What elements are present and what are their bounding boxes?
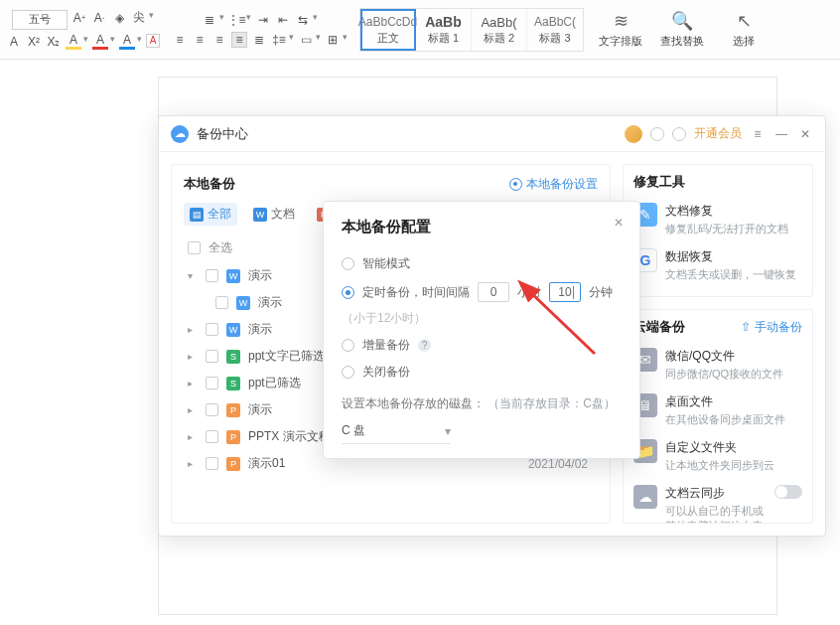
style-normal[interactable]: AaBbCcDd 正文: [360, 9, 416, 51]
select-button[interactable]: ↖ 选择: [719, 10, 769, 49]
shading-icon[interactable]: ▭: [298, 32, 314, 48]
cloud-item[interactable]: ☁文档云同步可以从自己的手机或其他电脑访问这台电脑打开过的文档: [633, 479, 802, 524]
dropdown-icon[interactable]: ▾: [83, 34, 88, 50]
open-vip-link[interactable]: 开通会员: [694, 125, 742, 142]
align-justify-icon[interactable]: ≡: [231, 32, 247, 48]
cloud-item[interactable]: ✉微信/QQ文件同步微信/QQ接收的文件: [633, 342, 802, 388]
local-backup-title: 本地备份: [184, 175, 235, 193]
file-checkbox[interactable]: [206, 269, 218, 282]
text-layout-button[interactable]: ≋ 文字排版: [596, 10, 645, 49]
tab-stops-icon[interactable]: ⇆: [295, 12, 311, 28]
tool-sub: 修复乱码/无法打开的文档: [665, 222, 788, 236]
font-size-select[interactable]: 五号: [12, 10, 68, 30]
tool-item[interactable]: ✎文档修复修复乱码/无法打开的文档: [633, 197, 802, 242]
file-checkbox[interactable]: [206, 457, 218, 470]
style-h3[interactable]: AaBbC( 标题 3: [527, 9, 583, 51]
dropdown-icon[interactable]: ▾: [219, 12, 224, 28]
align-right-icon[interactable]: ≡: [211, 32, 227, 48]
expand-arrow-icon[interactable]: ▸: [188, 404, 198, 415]
option-smart[interactable]: 智能模式: [342, 250, 622, 277]
dropdown-icon[interactable]: ▾: [149, 10, 154, 30]
cloud-item-sub: 可以从自己的手机或其他电脑访问这台电脑打开过的文档: [665, 504, 767, 524]
dropdown-icon[interactable]: ▾: [137, 34, 142, 50]
disk-select[interactable]: C 盘 ▾: [342, 418, 451, 444]
expand-arrow-icon[interactable]: ▾: [188, 270, 198, 281]
dropdown-icon[interactable]: ▾: [110, 34, 115, 50]
close-icon[interactable]: ✕: [610, 214, 628, 232]
cloud-item[interactable]: 📁自定义文件夹让本地文件夹同步到云: [633, 433, 802, 479]
manual-backup-link[interactable]: ⇧ 手动备份: [741, 319, 802, 336]
subscript-icon[interactable]: X₂: [46, 34, 62, 50]
borders-icon[interactable]: ⊞: [325, 32, 341, 48]
local-backup-settings-link[interactable]: 本地备份设置: [509, 176, 598, 193]
file-checkbox[interactable]: [215, 296, 228, 309]
close-icon[interactable]: ✕: [797, 126, 813, 142]
filter-doc[interactable]: W 文档: [247, 203, 301, 226]
radio-incremental[interactable]: [342, 339, 354, 352]
file-checkbox[interactable]: [206, 323, 218, 336]
increase-font-icon[interactable]: A+: [71, 10, 87, 26]
sync-toggle[interactable]: [774, 485, 802, 499]
hours-input[interactable]: 0: [478, 282, 509, 302]
underline-color-icon[interactable]: A: [119, 34, 135, 50]
filter-all[interactable]: ▤ 全部: [184, 203, 237, 226]
radio-timed[interactable]: [342, 286, 354, 299]
help-icon[interactable]: ?: [418, 339, 431, 352]
radio-smart[interactable]: [342, 257, 354, 270]
indent-right-icon[interactable]: ⇥: [255, 12, 271, 28]
vip-ring-icon: [672, 127, 686, 141]
align-left-icon[interactable]: ≡: [172, 32, 188, 48]
highlight-icon[interactable]: A: [66, 34, 81, 50]
file-checkbox[interactable]: [206, 403, 218, 416]
font-color-icon[interactable]: A: [92, 34, 108, 50]
option-incremental[interactable]: 增量备份 ?: [342, 332, 622, 359]
cloud-item-title: 微信/QQ文件: [665, 348, 802, 365]
cloud-item-title: 自定义文件夹: [665, 439, 802, 456]
select-all-checkbox[interactable]: [188, 241, 201, 254]
dropdown-icon[interactable]: ▾: [343, 32, 348, 48]
cloud-icon: ☁: [171, 125, 189, 143]
decrease-font-icon[interactable]: A-: [91, 10, 107, 26]
cloud-item-sub: 同步微信/QQ接收的文件: [665, 367, 802, 382]
minutes-input[interactable]: 10: [549, 282, 581, 302]
option-close-backup[interactable]: 关闭备份: [342, 359, 622, 386]
file-checkbox[interactable]: [206, 350, 218, 363]
numbering-icon[interactable]: ⋮≡: [228, 12, 244, 28]
file-checkbox[interactable]: [206, 377, 218, 390]
phonetic-icon[interactable]: 尖: [131, 10, 147, 26]
style-h1[interactable]: AaBb 标题 1: [416, 9, 472, 51]
style-h2[interactable]: AaBb( 标题 2: [472, 9, 527, 51]
cloud-item-sub: 让本地文件夹同步到云: [665, 458, 802, 473]
dropdown-icon[interactable]: ▾: [313, 12, 318, 28]
expand-arrow-icon[interactable]: ▸: [188, 431, 198, 442]
cloud-title: 云端备份: [633, 318, 685, 336]
dropdown-icon[interactable]: ▾: [289, 32, 294, 48]
font-style-a-icon[interactable]: A: [6, 34, 22, 50]
expand-arrow-icon[interactable]: ▸: [188, 351, 198, 362]
find-replace-button[interactable]: 🔍 查找替换: [657, 10, 707, 49]
radio-close[interactable]: [342, 366, 354, 379]
minimize-icon[interactable]: —: [773, 126, 789, 142]
line-spacing-icon[interactable]: ‡≡: [271, 32, 287, 48]
cloud-item[interactable]: 🖥桌面文件在其他设备同步桌面文件: [633, 388, 802, 433]
menu-icon[interactable]: ≡: [750, 126, 766, 142]
char-border-icon[interactable]: A: [146, 34, 160, 48]
superscript-icon[interactable]: X²: [26, 34, 42, 50]
clear-format-icon[interactable]: ◈: [111, 10, 127, 26]
indent-left-icon[interactable]: ⇤: [275, 12, 291, 28]
bullets-icon[interactable]: ≣: [202, 12, 217, 28]
align-center-icon[interactable]: ≡: [192, 32, 208, 48]
option-timed[interactable]: 定时备份，时间间隔 0 小时 10 分钟 （小于12小时）: [342, 277, 622, 332]
expand-arrow-icon[interactable]: ▸: [188, 378, 198, 389]
window-titlebar: ☁ 备份中心 开通会员 ≡ — ✕: [159, 116, 825, 152]
dropdown-icon[interactable]: ▾: [246, 12, 251, 28]
tool-item[interactable]: G数据恢复文档丢失或误删，一键恢复: [633, 242, 802, 288]
disk-label: 设置本地备份存放的磁盘： （当前存放目录：C盘）: [342, 395, 622, 412]
distribute-icon[interactable]: ≣: [251, 32, 267, 48]
dropdown-icon[interactable]: ▾: [316, 32, 321, 48]
chevron-down-icon: ▾: [445, 424, 451, 438]
file-checkbox[interactable]: [206, 430, 218, 443]
expand-arrow-icon[interactable]: ▸: [188, 324, 198, 335]
expand-arrow-icon[interactable]: ▸: [188, 458, 198, 469]
tool-sub: 文档丢失或误删，一键恢复: [665, 267, 796, 282]
